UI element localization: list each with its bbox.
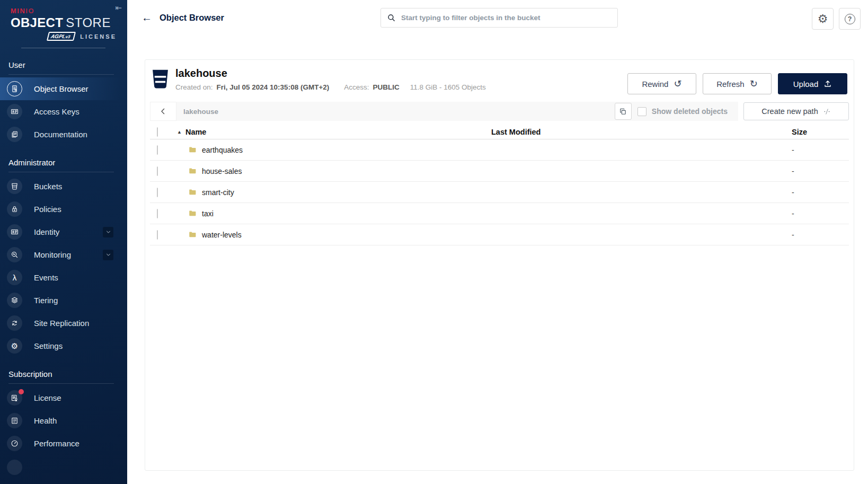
sort-asc-icon: ▲ <box>177 130 182 135</box>
sidebar-section-subscription: Subscription <box>8 369 119 379</box>
sidebar-item-label: License <box>34 393 61 402</box>
sidebar-item-monitoring[interactable]: Monitoring <box>0 243 127 266</box>
product-title: OBJECTSTORE <box>11 15 117 30</box>
create-new-path-button[interactable]: Create new path <box>743 102 849 120</box>
chevron-down-icon[interactable] <box>103 227 113 237</box>
tiering-icon <box>7 293 22 308</box>
divider <box>21 48 105 48</box>
sidebar-item-settings[interactable]: ⚙ Settings <box>0 335 127 357</box>
sidebar-item-access-keys[interactable]: Access Keys <box>0 100 127 123</box>
policies-icon <box>7 201 22 217</box>
row-checkbox[interactable] <box>157 209 158 218</box>
back-arrow-icon[interactable]: ← <box>141 12 152 23</box>
object-name: water-levels <box>202 231 242 239</box>
column-header-last-modified[interactable]: Last Modified <box>488 128 792 136</box>
settings-icon: ⚙ <box>7 338 22 354</box>
sidebar-item-label: Monitoring <box>34 250 71 259</box>
sidebar-item-health[interactable]: Health <box>0 409 127 432</box>
events-icon: λ <box>7 270 22 285</box>
column-header-name[interactable]: ▲ Name <box>176 128 488 136</box>
help-icon: ? <box>845 14 855 24</box>
bucket-stats: 11.8 GiB - 1605 Objects <box>410 83 486 91</box>
rewind-icon: ↺ <box>674 79 681 89</box>
show-deleted-checkbox[interactable] <box>637 107 646 116</box>
license-icon <box>7 390 22 406</box>
refresh-icon: ↻ <box>750 79 758 89</box>
sidebar-item-buckets[interactable]: Buckets <box>0 175 127 198</box>
object-size: - <box>792 167 849 175</box>
bucket-browser-card: lakehouse Created on: Fri, Jul 05 2024 1… <box>145 59 854 471</box>
sidebar-item-partial[interactable] <box>0 456 127 479</box>
path-bar: lakehouse Show deleted objects <box>150 102 738 121</box>
sidebar-item-label: Events <box>34 273 58 282</box>
sidebar-item-tiering[interactable]: Tiering <box>0 289 127 312</box>
created-label: Created on: <box>175 83 213 91</box>
sidebar-item-identity[interactable]: Identity <box>0 221 127 243</box>
chevron-down-icon[interactable] <box>103 250 113 260</box>
copy-icon <box>619 108 627 116</box>
sidebar-item-label: Object Browser <box>34 84 88 93</box>
sidebar-item-label: Identity <box>34 227 59 236</box>
table-row[interactable]: smart-city - <box>150 182 849 203</box>
help-button[interactable]: ? <box>839 8 861 30</box>
bucket-icon <box>152 68 169 90</box>
page-header: ← Object Browser ⚙ ? <box>127 0 868 40</box>
sidebar: ⇤ MINIO OBJECTSTORE AGPLv3 LICENSE User … <box>0 0 127 484</box>
sidebar-item-label: Site Replication <box>34 319 89 328</box>
sidebar-item-label: Health <box>34 416 57 425</box>
rewind-button[interactable]: Rewind↺ <box>627 73 696 94</box>
settings-button[interactable]: ⚙ <box>812 8 834 30</box>
table-row[interactable]: water-levels - <box>150 224 849 245</box>
table-row[interactable]: taxi - <box>150 203 849 224</box>
page-title: Object Browser <box>160 13 224 23</box>
object-name: taxi <box>202 209 214 218</box>
agpl-badge: AGPLv3 <box>47 32 76 41</box>
row-checkbox[interactable] <box>157 188 158 197</box>
objects-table: ▲ Name Last Modified Size earthquakes - … <box>150 125 849 245</box>
divider <box>8 74 114 75</box>
sidebar-item-license[interactable]: License <box>0 386 127 409</box>
object-name: house-sales <box>202 167 242 175</box>
sidebar-item-label: Access Keys <box>34 107 79 116</box>
sidebar-item-documentation[interactable]: Documentation <box>0 123 127 146</box>
bucket-header: lakehouse Created on: Fri, Jul 05 2024 1… <box>150 60 849 94</box>
folder-icon <box>188 167 197 175</box>
sidebar-section-user: User <box>8 60 119 69</box>
sidebar-item-policies[interactable]: Policies <box>0 198 127 221</box>
access-value: PUBLIC <box>373 83 400 91</box>
path-back-button[interactable] <box>150 102 176 121</box>
refresh-button[interactable]: Refresh↻ <box>703 73 772 94</box>
sidebar-item-label: Settings <box>34 341 63 350</box>
collapse-sidebar-icon[interactable]: ⇤ <box>115 3 122 13</box>
object-size: - <box>792 188 849 197</box>
content-area: lakehouse Created on: Fri, Jul 05 2024 1… <box>127 40 868 484</box>
sidebar-item-events[interactable]: λ Events <box>0 266 127 289</box>
license-label: LICENSE <box>80 33 117 40</box>
select-all-checkbox[interactable] <box>157 127 158 137</box>
buckets-icon <box>7 179 22 194</box>
row-checkbox[interactable] <box>157 230 158 240</box>
sidebar-item-object-browser[interactable]: Object Browser <box>0 77 127 100</box>
object-name: earthquakes <box>202 146 243 154</box>
sidebar-item-performance[interactable]: Performance <box>0 432 127 455</box>
new-path-icon <box>823 108 831 116</box>
monitoring-icon <box>7 247 22 262</box>
sidebar-item-site-replication[interactable]: Site Replication <box>0 312 127 335</box>
column-header-size[interactable]: Size <box>792 128 849 136</box>
access-keys-icon <box>7 104 22 119</box>
health-icon <box>7 413 22 428</box>
table-row[interactable]: house-sales - <box>150 161 849 182</box>
search-input[interactable] <box>401 14 612 22</box>
row-checkbox[interactable] <box>157 145 158 155</box>
object-browser-icon <box>7 81 22 96</box>
clipped-icon <box>7 460 22 475</box>
copy-path-button[interactable] <box>615 103 632 120</box>
row-checkbox[interactable] <box>157 166 158 176</box>
upload-button[interactable]: Upload <box>778 73 847 94</box>
bucket-meta: Created on: Fri, Jul 05 2024 10:35:08 (G… <box>175 83 627 91</box>
gear-icon: ⚙ <box>818 13 828 25</box>
current-path: lakehouse <box>183 108 615 116</box>
table-row[interactable]: earthquakes - <box>150 139 849 161</box>
object-size: - <box>792 231 849 239</box>
sidebar-section-administrator: Administrator <box>8 158 119 167</box>
